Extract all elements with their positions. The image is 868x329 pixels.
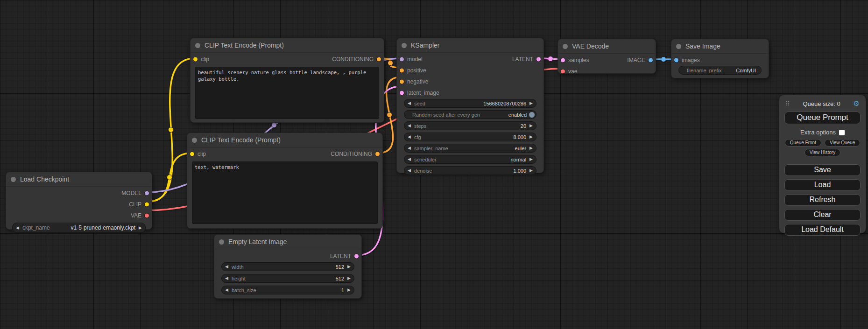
output-port-image[interactable]	[648, 58, 653, 63]
node-ksampler[interactable]: KSampler model LATENT positive negative …	[396, 38, 544, 173]
increment-icon[interactable]: ▶	[139, 226, 142, 230]
input-port-samples[interactable]	[560, 58, 565, 63]
decrement-icon[interactable]: ◀	[408, 157, 411, 161]
collapse-dot-icon[interactable]	[402, 43, 407, 48]
widget-width[interactable]: ◀ width 512 ▶	[221, 262, 354, 271]
save-button[interactable]: Save	[784, 164, 861, 176]
node-clip-text-encode-positive[interactable]: CLIP Text Encode (Prompt) clip CONDITION…	[190, 38, 384, 123]
input-port-model[interactable]	[399, 57, 404, 62]
node-title: CLIP Text Encode (Prompt)	[201, 136, 281, 144]
toggle-indicator-icon[interactable]	[529, 112, 535, 118]
node-load-checkpoint[interactable]: Load Checkpoint MODEL CLIP VAE ◀ ckpt_na…	[6, 172, 152, 230]
node-vae-decode[interactable]: VAE Decode samples IMAGE vae	[557, 39, 656, 74]
widget-steps[interactable]: ◀ steps 20 ▶	[404, 121, 536, 130]
link-dot[interactable]	[387, 112, 392, 118]
node-titlebar[interactable]: Load Checkpoint	[6, 172, 152, 187]
collapse-dot-icon[interactable]	[11, 177, 16, 182]
drag-handle-icon[interactable]: ⠿	[785, 100, 790, 107]
input-port-clip[interactable]	[190, 152, 195, 157]
collapse-dot-icon[interactable]	[676, 44, 681, 49]
decrement-icon[interactable]: ◀	[408, 124, 411, 128]
collapse-dot-icon[interactable]	[195, 43, 200, 48]
link-dot[interactable]	[169, 127, 174, 133]
queue-size-label: Queue size: 0	[790, 100, 854, 107]
output-port-vae[interactable]	[144, 213, 149, 218]
node-titlebar[interactable]: Empty Latent Image	[214, 235, 361, 249]
collapse-dot-icon[interactable]	[563, 44, 568, 49]
input-port-latent-image[interactable]	[399, 91, 404, 96]
increment-icon[interactable]: ▶	[529, 135, 533, 139]
clear-button[interactable]: Clear	[784, 209, 861, 221]
queue-prompt-button[interactable]: Queue Prompt	[784, 112, 861, 124]
decrement-icon[interactable]: ◀	[225, 288, 228, 292]
widget-scheduler[interactable]: ◀ scheduler normal ▶	[404, 155, 536, 164]
collapse-dot-icon[interactable]	[192, 138, 197, 143]
increment-icon[interactable]: ▶	[347, 288, 351, 292]
decrement-icon[interactable]: ◀	[408, 168, 411, 173]
widget-cfg[interactable]: ◀ cfg 8.000 ▶	[404, 133, 536, 141]
widget-sampler-name[interactable]: ◀ sampler_name euler ▶	[404, 144, 536, 153]
prompt-textarea[interactable]: beautiful scenery nature glass bottle la…	[195, 67, 379, 119]
input-port-clip[interactable]	[193, 57, 198, 62]
decrement-icon[interactable]: ◀	[408, 101, 411, 105]
node-save-image[interactable]: Save Image images filename_prefix ComfyU…	[671, 39, 769, 78]
node-empty-latent-image[interactable]: Empty Latent Image LATENT ◀ width 512 ▶ …	[214, 234, 362, 299]
settings-gear-icon[interactable]: ⚙	[854, 99, 860, 108]
refresh-button[interactable]: Refresh	[784, 194, 861, 206]
node-titlebar[interactable]: CLIP Text Encode (Prompt)	[187, 133, 382, 147]
link-dot[interactable]	[167, 175, 172, 180]
view-history-button[interactable]: View History	[804, 149, 840, 156]
load-default-button[interactable]: Load Default	[784, 224, 861, 236]
output-port-model[interactable]	[144, 191, 149, 196]
output-port-conditioning[interactable]	[375, 152, 380, 157]
collapse-dot-icon[interactable]	[219, 239, 224, 245]
node-graph-canvas[interactable]: Load Checkpoint MODEL CLIP VAE ◀ ckpt_na…	[0, 0, 868, 329]
link-dot[interactable]	[388, 61, 393, 66]
increment-icon[interactable]: ▶	[529, 157, 533, 161]
output-port-clip[interactable]	[144, 202, 149, 207]
increment-icon[interactable]: ▶	[529, 168, 533, 173]
increment-icon[interactable]: ▶	[529, 146, 533, 150]
widget-value: 512	[336, 264, 344, 270]
input-port-images[interactable]	[674, 58, 679, 63]
input-port-vae[interactable]	[560, 69, 565, 74]
node-titlebar[interactable]: VAE Decode	[558, 39, 656, 54]
output-port-latent[interactable]	[536, 57, 541, 62]
widget-label: denoise	[414, 168, 432, 174]
input-port-negative[interactable]	[399, 79, 404, 84]
load-button[interactable]: Load	[784, 179, 861, 191]
decrement-icon[interactable]: ◀	[408, 146, 411, 150]
node-clip-text-encode-negative[interactable]: CLIP Text Encode (Prompt) clip CONDITION…	[187, 133, 383, 229]
queue-front-button[interactable]: Queue Front	[785, 139, 821, 147]
node-titlebar[interactable]: KSampler	[397, 38, 543, 53]
link-dot[interactable]	[272, 123, 277, 128]
output-label-image: IMAGE	[627, 57, 645, 63]
input-port-positive[interactable]	[399, 68, 404, 73]
link-dot[interactable]	[548, 56, 553, 62]
decrement-icon[interactable]: ◀	[225, 265, 228, 269]
view-queue-button[interactable]: View Queue	[825, 139, 860, 147]
decrement-icon[interactable]: ◀	[16, 226, 19, 230]
view-history-row: View History	[784, 149, 861, 156]
link-dot[interactable]	[661, 57, 666, 62]
widget-ckpt-name[interactable]: ◀ ckpt_name v1-5-pruned-emaonly.ckpt ▶	[12, 223, 146, 233]
widget-value: euler	[515, 146, 526, 151]
extra-options-checkbox[interactable]	[839, 130, 845, 135]
node-titlebar[interactable]: Save Image	[671, 39, 769, 54]
prompt-textarea[interactable]: text, watermark	[192, 161, 378, 224]
decrement-icon[interactable]: ◀	[225, 276, 228, 280]
output-port-latent[interactable]	[354, 254, 359, 259]
increment-icon[interactable]: ▶	[529, 124, 533, 128]
widget-batch-size[interactable]: ◀ batch_size 1 ▶	[221, 286, 354, 294]
widget-seed[interactable]: ◀ seed 156680208700286 ▶	[404, 99, 536, 108]
decrement-icon[interactable]: ◀	[408, 135, 411, 139]
output-port-conditioning[interactable]	[376, 57, 381, 62]
widget-filename-prefix[interactable]: filename_prefix ComfyUI	[678, 66, 762, 75]
widget-denoise[interactable]: ◀ denoise 1.000 ▶	[404, 166, 536, 175]
widget-height[interactable]: ◀ height 512 ▶	[221, 274, 354, 283]
node-titlebar[interactable]: CLIP Text Encode (Prompt)	[191, 38, 384, 53]
widget-random-seed-toggle[interactable]: Random seed after every gen enabled	[404, 110, 536, 119]
increment-icon[interactable]: ▶	[347, 265, 351, 269]
increment-icon[interactable]: ▶	[347, 276, 351, 280]
increment-icon[interactable]: ▶	[529, 101, 533, 105]
